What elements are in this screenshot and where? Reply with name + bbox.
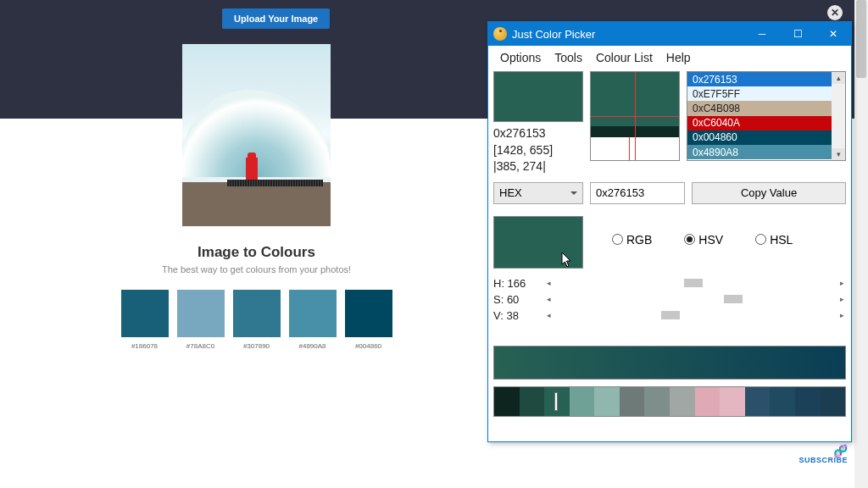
s-slider[interactable]: ◂▸ (544, 293, 846, 305)
menu-help[interactable]: Help (659, 49, 698, 66)
close-overlay-button[interactable]: ✕ (827, 5, 843, 20)
palette-swatch[interactable] (177, 290, 225, 337)
strip-swatch[interactable] (620, 387, 645, 416)
selected-color-swatch (493, 216, 583, 269)
chevron-up-icon[interactable]: ▴ (832, 72, 845, 84)
strip-swatch[interactable] (770, 387, 795, 416)
s-label: S: 60 (493, 293, 544, 306)
strip-swatch[interactable] (570, 387, 595, 416)
strip-swatch[interactable] (644, 387, 670, 416)
strip-swatch[interactable] (795, 387, 821, 416)
upload-image-button[interactable]: Upload Your Image (222, 8, 330, 29)
history-item[interactable]: 0xC6040A (687, 116, 832, 130)
history-item[interactable]: 0xC4B098 (687, 101, 832, 115)
hsv-sliders: H: 166 ◂▸ S: 60 ◂▸ V: 38 ◂▸ (488, 269, 851, 324)
minimize-button[interactable]: ─ (744, 22, 780, 46)
history-item[interactable]: 0x004860 (687, 130, 832, 145)
strip-swatch[interactable] (745, 387, 771, 416)
zoom-preview (590, 71, 680, 161)
palette-swatch-label: #004860 (355, 342, 381, 350)
palette-swatch[interactable] (121, 290, 169, 337)
mode-rgb-radio[interactable]: RGB (612, 233, 652, 247)
history-scrollbar[interactable]: ▴ ▾ (832, 72, 845, 160)
current-hex-label: 0x276153 (493, 125, 583, 142)
strip-swatch[interactable] (695, 387, 721, 416)
history-item[interactable]: 0x276153 (687, 72, 832, 86)
h-slider[interactable]: ◂▸ (544, 277, 846, 289)
uploaded-photo (182, 44, 331, 226)
gradient-bar[interactable] (493, 346, 846, 380)
menu-tools[interactable]: Tools (548, 49, 589, 66)
copy-value-button[interactable]: Copy Value (692, 182, 846, 204)
menu-options[interactable]: Options (493, 49, 548, 66)
menu-colour-list[interactable]: Colour List (589, 49, 659, 66)
palette-swatch[interactable] (233, 290, 281, 337)
window-titlebar[interactable]: Just Color Picker ─ ☐ ✕ (488, 22, 851, 46)
palette-swatch-label: #78A8C0 (186, 342, 214, 350)
history-item[interactable]: 0x4890A8 (687, 145, 832, 159)
color-picker-window: Just Color Picker ─ ☐ ✕ Options Tools Co… (487, 21, 852, 442)
v-slider[interactable]: ◂▸ (544, 309, 846, 321)
mode-hsl-radio[interactable]: HSL (755, 233, 793, 247)
strip-swatch[interactable] (520, 387, 545, 416)
strip-swatch[interactable] (544, 387, 570, 416)
page-scrollbar[interactable] (854, 0, 868, 488)
strip-swatch[interactable] (670, 387, 695, 416)
palette-swatch-label: #186078 (131, 342, 158, 350)
strip-swatch[interactable] (720, 387, 745, 416)
mode-hsv-radio[interactable]: HSV (684, 233, 723, 247)
color-value-input[interactable]: 0x276153 (590, 182, 685, 204)
app-icon (493, 27, 507, 41)
palette-swatch[interactable] (289, 290, 337, 337)
page-title: Image to Colours (0, 244, 513, 261)
color-strip (493, 386, 846, 417)
palette-swatch[interactable] (345, 290, 392, 337)
color-history: 0x2761530xE7F5FF0xC4B0980xC6040A0x004860… (687, 71, 846, 161)
history-item[interactable]: 0xE7F5FF (687, 86, 832, 101)
strip-swatch[interactable] (594, 387, 620, 416)
strip-swatch[interactable] (494, 387, 520, 416)
v-label: V: 38 (493, 309, 544, 322)
current-color-swatch (493, 71, 583, 122)
maximize-button[interactable]: ☐ (780, 22, 815, 46)
local-coords-label: |385, 274| (493, 158, 583, 175)
palette-swatch-label: #4890A8 (298, 342, 326, 350)
screen-coords-label: [1428, 655] (493, 142, 583, 159)
subscribe-badge[interactable]: 🧬 SUBSCRIBE (798, 444, 848, 464)
palette-row: #186078#78A8C0#307890#4890A8#004860 (0, 290, 513, 350)
format-select[interactable]: HEX (493, 182, 583, 204)
h-label: H: 166 (493, 277, 544, 290)
image-to-colours-section: Image to Colours The best way to get col… (0, 237, 513, 350)
chevron-down-icon[interactable]: ▾ (832, 148, 845, 160)
strip-swatch[interactable] (821, 387, 846, 416)
menubar: Options Tools Colour List Help (488, 46, 851, 71)
close-button[interactable]: ✕ (815, 22, 851, 46)
palette-swatch-label: #307890 (243, 342, 270, 350)
window-title: Just Color Picker (512, 28, 595, 41)
page-subtitle: The best way to get colours from your ph… (0, 264, 513, 274)
